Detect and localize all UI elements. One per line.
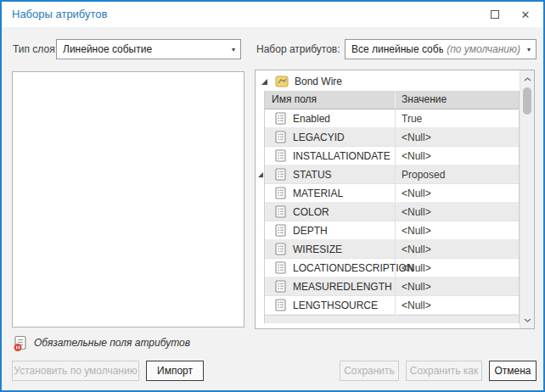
field-name: MATERIAL: [293, 188, 343, 199]
field-icon: [275, 243, 286, 255]
partial-row: [265, 315, 519, 323]
field-name: INSTALLATIONDATE: [293, 150, 390, 162]
table-row[interactable]: STATUS Proposed: [265, 165, 519, 184]
field-icon: [275, 168, 286, 181]
attribute-table-body: Enabled True LEGACYID <Null>: [265, 109, 519, 315]
field-icon: [275, 112, 286, 125]
chevron-down-icon: ▾: [232, 46, 235, 53]
field-icon: [275, 299, 286, 311]
field-value: <Null>: [396, 244, 519, 255]
set-default-button[interactable]: Установить по умолчанию: [12, 361, 139, 381]
close-button[interactable]: ✕: [511, 2, 540, 27]
field-name: Enabled: [293, 113, 330, 125]
column-header-value: Значение: [396, 91, 519, 109]
field-name: WIRESIZE: [293, 244, 342, 255]
scroll-down-icon[interactable]: [520, 313, 535, 327]
tree-node-bond-wire[interactable]: Bond Wire: [256, 72, 510, 91]
cancel-button[interactable]: Отмена: [489, 361, 537, 381]
field-value: <Null>: [396, 150, 519, 162]
scroll-up-icon[interactable]: [520, 72, 535, 86]
line-layer-icon: [275, 76, 289, 87]
save-button[interactable]: Сохранить: [340, 361, 399, 381]
close-icon: ✕: [521, 9, 531, 20]
attribute-table: Имя поля Значение Enabled True: [264, 91, 520, 323]
table-row[interactable]: MATERIAL <Null>: [265, 184, 519, 203]
table-row[interactable]: MEASUREDLENGTH <Null>: [265, 277, 519, 296]
attribute-sets-dialog: Наборы атрибутов ✕ Тип слоя: Линейное со…: [0, 0, 545, 392]
attribute-sets-list-panel[interactable]: [12, 71, 244, 328]
titlebar[interactable]: Наборы атрибутов ✕: [2, 2, 543, 27]
table-row[interactable]: COLOR <Null>: [265, 203, 519, 221]
column-header-field-name: Имя поля: [265, 91, 396, 109]
required-fields-note: Обязательные поля атрибутов: [34, 334, 190, 351]
field-name: MEASUREDLENGTH: [293, 281, 392, 293]
field-name: LEGACYID: [293, 132, 345, 143]
attribute-values-panel: Bond Wire Имя поля Значение Enabled True: [255, 70, 535, 329]
dialog-title: Наборы атрибутов: [12, 2, 107, 27]
row-expander-icon[interactable]: [257, 171, 264, 178]
field-icon: [275, 205, 286, 218]
attribute-set-value: Все линейные события: [351, 43, 443, 55]
field-value: <Null>: [396, 132, 519, 143]
field-value: True: [396, 113, 519, 125]
field-value: <Null>: [396, 225, 519, 237]
attribute-set-label: Набор атрибутов:: [256, 39, 340, 59]
field-icon: [275, 131, 286, 143]
field-icon: [275, 261, 286, 274]
field-value: <Null>: [396, 281, 519, 293]
maximize-icon: [491, 10, 499, 19]
attribute-set-default-suffix: (по умолчанию): [447, 43, 520, 55]
maximize-button[interactable]: [480, 2, 509, 27]
tree-node-label: Bond Wire: [295, 76, 342, 87]
table-row[interactable]: LOCATIONDESCRIPTION <Null>: [265, 259, 519, 277]
field-name: DEPTH: [293, 225, 328, 237]
field-value: <Null>: [396, 262, 519, 274]
table-row[interactable]: LENGTHSOURCE <Null>: [265, 296, 519, 315]
required-fields-icon: [12, 335, 29, 352]
vertical-scrollbar[interactable]: [520, 70, 534, 328]
tree-expander-icon[interactable]: [261, 78, 268, 86]
save-as-button[interactable]: Сохранить как: [406, 361, 482, 381]
field-value: <Null>: [396, 206, 519, 218]
field-value: Proposed: [396, 169, 519, 181]
field-value: <Null>: [396, 300, 519, 311]
scrollbar-thumb[interactable]: [523, 87, 531, 115]
attribute-set-dropdown[interactable]: Все линейные события (по умолчанию) ▾: [345, 39, 537, 59]
layer-type-dropdown[interactable]: Линейное событие ▾: [56, 39, 241, 59]
layer-type-label: Тип слоя:: [13, 39, 58, 59]
table-row[interactable]: Enabled True: [265, 109, 519, 128]
layer-type-value: Линейное событие: [63, 43, 152, 55]
table-row[interactable]: DEPTH <Null>: [265, 221, 519, 240]
table-header: Имя поля Значение: [265, 91, 519, 109]
field-icon: [275, 187, 286, 199]
field-name: STATUS: [293, 169, 332, 181]
field-value: <Null>: [396, 188, 519, 199]
field-icon: [275, 224, 286, 237]
field-name: LENGTHSOURCE: [293, 300, 378, 311]
field-name: COLOR: [293, 206, 329, 218]
table-row[interactable]: INSTALLATIONDATE <Null>: [265, 147, 519, 165]
chevron-down-icon: ▾: [527, 46, 531, 53]
table-row[interactable]: LEGACYID <Null>: [265, 128, 519, 147]
import-button[interactable]: Импорт: [146, 361, 204, 381]
table-row[interactable]: WIRESIZE <Null>: [265, 240, 519, 259]
field-icon: [275, 280, 286, 293]
field-icon: [275, 149, 286, 162]
